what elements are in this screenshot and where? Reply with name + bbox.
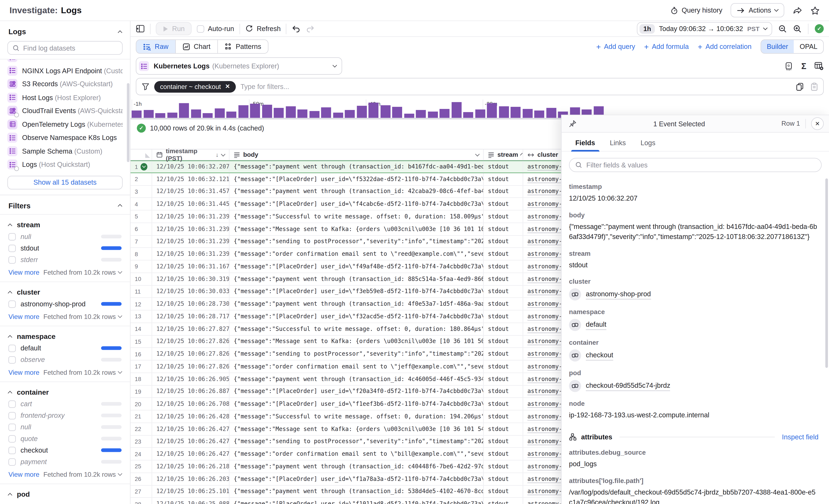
filter-option[interactable]: [0, 500, 130, 504]
row-expand-icon[interactable]: [141, 163, 147, 170]
filter-option[interactable]: checkout: [0, 444, 130, 456]
refresh-button[interactable]: Refresh: [245, 25, 281, 33]
filter-option[interactable]: frontend-proxy: [0, 409, 130, 421]
histogram-bar[interactable]: [250, 104, 260, 118]
histogram-bar[interactable]: [404, 114, 414, 118]
show-all-datasets-button[interactable]: Show all 15 datasets: [7, 175, 122, 189]
sidebar-logs-header[interactable]: Logs: [0, 21, 130, 40]
histogram-bar[interactable]: [546, 108, 556, 118]
filter-option[interactable]: astronomy-shop-prod: [0, 298, 130, 310]
redo-icon[interactable]: [306, 25, 315, 33]
field-linked-value[interactable]: checkout: [569, 350, 819, 362]
checkbox-icon[interactable]: [8, 435, 16, 442]
histogram-bar[interactable]: [357, 106, 367, 118]
panel-scrollbar[interactable]: [825, 178, 828, 368]
pin-icon[interactable]: [568, 119, 577, 128]
checkbox-icon[interactable]: [8, 424, 16, 431]
histogram-bar[interactable]: [345, 110, 355, 118]
star-icon[interactable]: [810, 6, 820, 14]
dataset-item[interactable]: NGINX Logs API Endpoint (Custom): [0, 64, 130, 77]
query-history-button[interactable]: Query history: [670, 6, 722, 14]
collapse-panel-icon[interactable]: [136, 25, 145, 33]
fetched-rows-text[interactable]: Fetched from 10.2k rows: [43, 369, 122, 376]
histogram-bar[interactable]: [368, 103, 379, 118]
histogram-bar[interactable]: [179, 103, 189, 118]
histogram-bar[interactable]: [487, 103, 497, 118]
histogram-bar[interactable]: [262, 105, 272, 118]
histogram-bar[interactable]: [286, 106, 296, 118]
filters-header[interactable]: Filters: [0, 195, 130, 214]
filter-option[interactable]: stderr: [0, 254, 130, 265]
tab-patterns[interactable]: Patterns: [218, 40, 268, 53]
histogram-bar[interactable]: [238, 105, 248, 118]
add-formula-button[interactable]: +Add formula: [644, 42, 689, 51]
filter-bar[interactable]: container ~ checkout ✕ Type for filters.…: [136, 78, 824, 95]
panel-tab-links[interactable]: Links: [604, 138, 632, 151]
histogram-bar[interactable]: [309, 111, 319, 118]
inspect-field-link[interactable]: Inspect field: [782, 433, 819, 441]
checkbox-icon[interactable]: [8, 300, 16, 308]
histogram-bar[interactable]: [428, 112, 438, 118]
field-linked-value[interactable]: default: [569, 319, 819, 331]
histogram-bar[interactable]: [511, 107, 521, 118]
filter-group-header-container[interactable]: container: [0, 386, 130, 398]
filter-group-header-namespace[interactable]: namespace: [0, 330, 130, 343]
dataset-item[interactable]: Sample Schema (Custom): [0, 144, 130, 158]
add-correlation-button[interactable]: +Add correlation: [698, 42, 752, 51]
checkbox-icon[interactable]: [8, 233, 16, 240]
time-range-picker[interactable]: 1h Today 09:06:32 → 10:06:32 PST: [637, 22, 772, 35]
filter-option[interactable]: stdout: [0, 242, 130, 254]
dataset-item[interactable]: S3 Records (AWS-Quickstart): [0, 77, 130, 91]
histogram-bar[interactable]: [439, 109, 449, 118]
histogram-bar[interactable]: [191, 110, 201, 118]
filter-option[interactable]: observe: [0, 354, 130, 365]
filter-group-header-pod[interactable]: pod: [0, 488, 130, 500]
dataset-item[interactable]: [0, 59, 130, 64]
histogram-bar[interactable]: [392, 107, 402, 118]
dataset-item[interactable]: OpenTelemetry Logs (Kubernetes Explor…: [0, 118, 130, 131]
column-header-body[interactable]: body: [229, 149, 483, 160]
close-icon[interactable]: ✕: [225, 83, 230, 90]
panel-tab-logs[interactable]: Logs: [634, 138, 662, 151]
filter-group-header-cluster[interactable]: cluster: [0, 286, 130, 298]
histogram-bar[interactable]: [463, 112, 473, 118]
checkbox-icon[interactable]: [8, 446, 16, 454]
histogram-bar[interactable]: [143, 110, 153, 118]
dataset-item[interactable]: Observe Namespace K8s Logs: [0, 131, 130, 144]
filter-option[interactable]: cart: [0, 398, 130, 409]
checkbox-icon[interactable]: [8, 245, 16, 252]
panel-tab-fields[interactable]: Fields: [569, 138, 601, 151]
filter-option[interactable]: default: [0, 342, 130, 354]
filter-chip[interactable]: container ~ checkout ✕: [154, 81, 236, 92]
field-linked-value[interactable]: checkout-69d55d5c74-jbrdz: [569, 380, 819, 392]
histogram-bar[interactable]: [499, 106, 509, 118]
undo-icon[interactable]: [292, 25, 301, 33]
builder-mode-button[interactable]: Builder: [761, 40, 794, 53]
view-more-link[interactable]: View more: [8, 369, 39, 376]
clipboard-icon[interactable]: [810, 82, 818, 91]
dataset-item[interactable]: Logs (Host Quickstart): [0, 158, 130, 171]
aggregate-sigma-icon[interactable]: Σ: [801, 61, 806, 71]
actions-button[interactable]: Actions: [731, 3, 784, 17]
zoom-in-icon[interactable]: [793, 25, 801, 33]
filter-option[interactable]: quote: [0, 433, 130, 444]
sidebar-scrollbar[interactable]: [127, 83, 130, 162]
tab-raw[interactable]: Raw: [136, 40, 176, 53]
filter-option[interactable]: null: [0, 231, 130, 242]
fetched-rows-text[interactable]: Fetched from 10.2k rows: [43, 471, 122, 478]
checkbox-icon[interactable]: [8, 400, 16, 407]
filter-group-header-stream[interactable]: stream: [0, 219, 130, 231]
field-linked-value[interactable]: astronomy-shop-prod: [569, 289, 819, 301]
share-icon[interactable]: [793, 6, 802, 14]
copy-icon[interactable]: [796, 82, 804, 91]
checkbox-icon[interactable]: [8, 356, 16, 363]
zoom-out-icon[interactable]: [779, 25, 787, 33]
histogram-bar[interactable]: [167, 113, 177, 118]
view-more-link[interactable]: View more: [8, 268, 39, 276]
add-query-button[interactable]: +Add query: [596, 42, 635, 51]
auto-run-checkbox[interactable]: Auto-run: [197, 25, 234, 33]
histogram-bar[interactable]: [297, 110, 308, 118]
checkbox-icon[interactable]: [8, 344, 16, 352]
view-more-link[interactable]: View more: [8, 471, 39, 478]
checkbox-icon[interactable]: [8, 458, 16, 465]
